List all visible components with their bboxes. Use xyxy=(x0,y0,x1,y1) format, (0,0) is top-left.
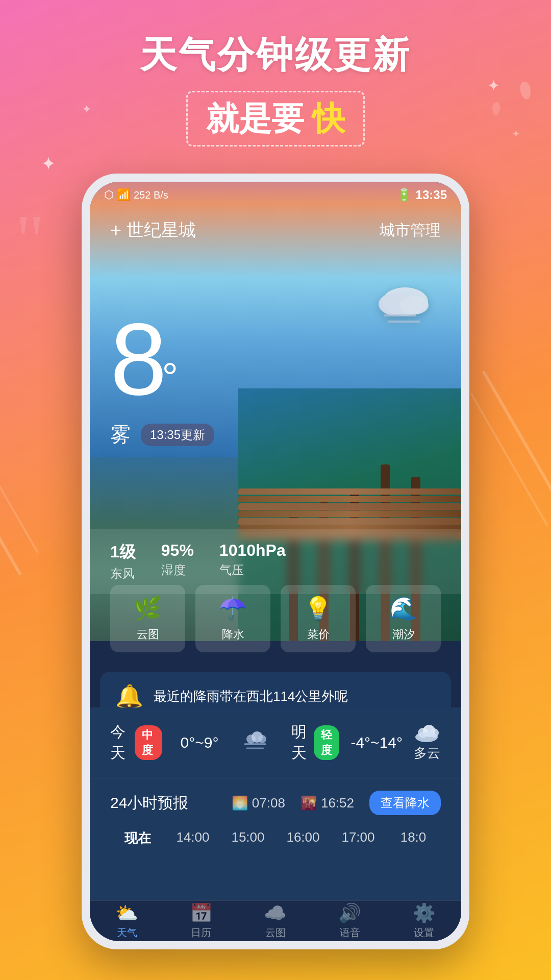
fog-divider-icon xyxy=(241,729,269,757)
forecast-24h-header: 24小时预报 🌅 07:08 🌇 16:52 查看降水 xyxy=(110,791,441,815)
sun-info: 🌅 07:08 🌇 16:52 查看降水 xyxy=(232,791,441,815)
sunrise-time: 07:08 xyxy=(252,795,285,811)
sunset-info: 🌇 16:52 xyxy=(300,795,354,811)
status-bar: ⬡ 📶 252 B/s 🔋 13:35 xyxy=(90,182,461,208)
nav-voice[interactable]: 🔊 语音 xyxy=(313,902,387,940)
nav-cloudmap-label: 云图 xyxy=(265,926,286,940)
rainfall-label: 降水 xyxy=(222,627,244,642)
hourly-item-now: 现在 xyxy=(110,825,165,851)
forecast-24h-section: 24小时预报 🌅 07:08 🌇 16:52 查看降水 xyxy=(90,778,461,860)
humidity-label: 湿度 xyxy=(161,562,194,578)
action-vegprice[interactable]: 💡 菜价 xyxy=(281,585,356,652)
add-location-icon[interactable]: + xyxy=(110,219,121,241)
city-management-btn[interactable]: 城市管理 xyxy=(380,220,441,241)
nav-cloudmap[interactable]: ☁️ 云图 xyxy=(238,902,313,940)
status-time: 13:35 xyxy=(416,188,447,202)
sunrise-info: 🌅 07:08 xyxy=(232,795,285,811)
view-rain-button[interactable]: 查看降水 xyxy=(369,791,441,815)
tomorrow-condition-section: 多云 xyxy=(413,724,441,762)
wind-level: 1级 xyxy=(110,541,136,564)
nav-calendar-label: 日历 xyxy=(191,926,211,940)
status-left: ⬡ 📶 252 B/s xyxy=(104,188,168,202)
main-title: 天气分钟级更新 xyxy=(0,31,551,80)
hourly-item-1500: 15:00 xyxy=(220,825,276,851)
forecast-24h-title: 24小时预报 xyxy=(110,793,188,814)
weather-details-panel: 1级 东风 95% 湿度 1010hPa 气压 xyxy=(90,529,461,594)
cloud-map-label: 云图 xyxy=(137,627,159,642)
nav-weather[interactable]: ⛅ 天气 xyxy=(90,902,164,940)
sunset-time: 16:52 xyxy=(321,795,354,811)
hourly-item-1600: 16:00 xyxy=(276,825,331,851)
location-name: 世纪星城 xyxy=(127,218,196,242)
hourly-item-1800: 18:0 xyxy=(386,825,441,851)
phone-mockup: ⬡ 📶 252 B/s 🔋 13:35 xyxy=(82,174,469,949)
today-forecast: 今天 中度 xyxy=(110,722,162,764)
update-time-badge: 13:35更新 xyxy=(141,424,214,446)
humidity-value: 95% xyxy=(161,541,194,560)
subtitle-prefix: 就是要 xyxy=(206,96,304,141)
quick-actions: 🌿 云图 ☂️ 降水 💡 菜价 🌊 潮汐 xyxy=(90,585,461,652)
bell-icon: 🔔 xyxy=(115,683,143,709)
weather-content: + 世纪星城 城市管理 8° 雾 13:35更新 xyxy=(90,208,461,449)
subtitle-highlight: 快 xyxy=(312,96,345,141)
pressure-value: 1010hPa xyxy=(219,541,286,560)
bottom-nav: ⛅ 天气 📅 日历 ☁️ 云图 🔊 语音 ⚙️ 设置 xyxy=(90,900,461,941)
vegprice-icon: 💡 xyxy=(304,595,332,622)
temperature-display: 8° xyxy=(110,308,441,410)
pressure-stat: 1010hPa 气压 xyxy=(219,541,286,582)
today-severity-badge: 中度 xyxy=(135,725,162,760)
wifi-icon: 📶 xyxy=(117,188,131,202)
subtitle-box: 就是要 快 xyxy=(186,91,365,146)
nav-settings-icon: ⚙️ xyxy=(413,902,436,924)
weather-stats: 1级 东风 95% 湿度 1010hPa 气压 xyxy=(110,541,441,582)
nav-voice-label: 语音 xyxy=(340,926,360,940)
tomorrow-severity-badge: 轻度 xyxy=(314,725,339,760)
weather-condition: 雾 xyxy=(110,421,131,449)
svg-point-7 xyxy=(258,735,266,743)
network-speed: 252 B/s xyxy=(134,189,168,201)
action-tide[interactable]: 🌊 潮汐 xyxy=(366,585,441,652)
hourly-item-1400: 14:00 xyxy=(165,825,220,851)
hourly-times: 现在 14:00 15:00 16:00 17:00 18:0 xyxy=(110,825,441,851)
nav-calendar-icon: 📅 xyxy=(190,902,213,924)
action-cloud-map[interactable]: 🌿 云图 xyxy=(110,585,185,652)
svg-point-13 xyxy=(415,732,438,742)
battery-icon: 🔋 xyxy=(396,188,412,202)
pressure-label: 气压 xyxy=(219,562,286,578)
notification-text: 最近的降雨带在西北114公里外呢 xyxy=(154,688,436,705)
network-icon: ⬡ xyxy=(104,188,114,202)
phone-screen: ⬡ 📶 252 B/s 🔋 13:35 xyxy=(90,182,461,941)
tomorrow-forecast: 明天 轻度 -4°~14° xyxy=(291,722,403,764)
bottom-section: 今天 中度 0°~9° xyxy=(90,707,461,900)
nav-weather-label: 天气 xyxy=(117,926,137,940)
tomorrow-condition-label: 多云 xyxy=(414,744,440,762)
hourly-item-1700: 17:00 xyxy=(331,825,386,851)
rainfall-icon: ☂️ xyxy=(219,595,247,622)
nav-calendar[interactable]: 📅 日历 xyxy=(164,902,239,940)
status-right: 🔋 13:35 xyxy=(396,188,447,202)
action-rainfall[interactable]: ☂️ 降水 xyxy=(195,585,270,652)
nav-cloudmap-icon: ☁️ xyxy=(264,902,287,924)
weather-status: 雾 13:35更新 xyxy=(110,421,441,449)
nav-settings[interactable]: ⚙️ 设置 xyxy=(387,902,461,940)
tide-label: 潮汐 xyxy=(392,627,415,642)
location-section: + 世纪星城 xyxy=(110,218,196,242)
nav-settings-label: 设置 xyxy=(414,926,434,940)
wind-dir: 东风 xyxy=(110,566,136,582)
sunset-icon: 🌇 xyxy=(300,795,317,811)
weather-header: + 世纪星城 城市管理 xyxy=(110,208,441,247)
hero-text: 天气分钟级更新 就是要 快 xyxy=(0,31,551,146)
tomorrow-label: 明天 xyxy=(291,722,307,764)
degree-symbol: ° xyxy=(162,355,178,400)
humidity-stat: 95% 湿度 xyxy=(161,541,194,582)
temperature-value: 8 xyxy=(110,302,162,416)
nav-voice-icon: 🔊 xyxy=(338,902,361,924)
nav-weather-icon: ⛅ xyxy=(115,902,138,924)
tomorrow-temp: -4°~14° xyxy=(350,734,403,751)
wind-stat: 1级 东风 xyxy=(110,541,136,582)
today-label: 今天 xyxy=(110,722,128,764)
vegprice-label: 菜价 xyxy=(307,627,330,642)
tide-icon: 🌊 xyxy=(389,595,417,622)
sunrise-icon: 🌅 xyxy=(232,795,248,811)
today-temp: 0°~9° xyxy=(181,734,219,751)
